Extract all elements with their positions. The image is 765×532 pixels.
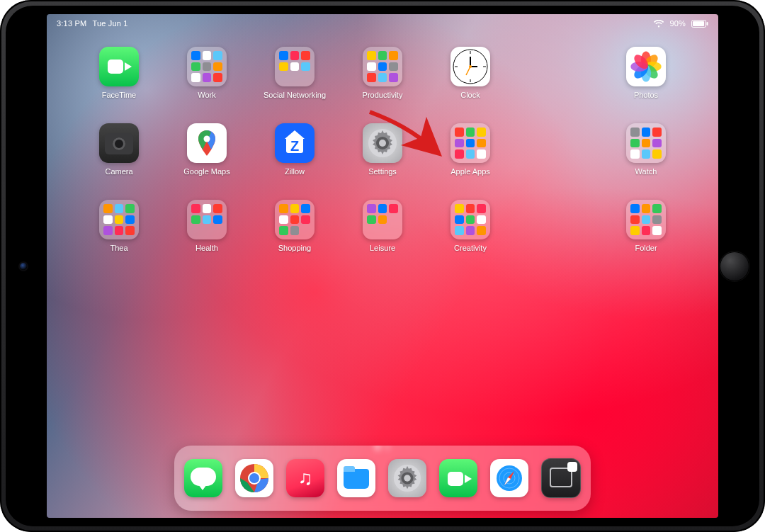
folder-apple-apps[interactable]: Apple Apps [436, 123, 504, 176]
status-date: Tue Jun 1 [92, 19, 128, 28]
folder-icon [187, 200, 227, 239]
folder-leisure[interactable]: Leisure [348, 200, 416, 252]
dock-app-files[interactable] [337, 459, 375, 497]
svg-point-11 [469, 65, 472, 68]
folder-health[interactable]: Health [173, 200, 241, 252]
app-google-maps[interactable]: Google Maps [173, 123, 241, 176]
app-zillow[interactable]: Zillow [261, 123, 329, 176]
settings-icon [363, 123, 402, 163]
app-label: Work [198, 91, 215, 99]
app-label: Apple Apps [450, 167, 490, 176]
app-label: Google Maps [183, 167, 230, 176]
folder-shopping[interactable]: Shopping [261, 200, 329, 252]
folder-icon [275, 200, 314, 239]
dock-app-music[interactable] [286, 459, 324, 497]
zillow-icon [275, 123, 314, 163]
folder-thea[interactable]: Thea [85, 200, 153, 252]
app-label: Social Networking [264, 91, 326, 99]
dock-app-settings[interactable] [388, 459, 426, 497]
app-row: Camera Google Maps Zillow Settings Apple… [85, 123, 680, 176]
dock-app-handoff[interactable] [541, 458, 581, 498]
app-label: Folder [635, 244, 657, 252]
app-label: Zillow [285, 167, 305, 176]
app-label: Health [196, 244, 218, 252]
dock-app-chrome[interactable] [235, 459, 273, 497]
clock-icon [450, 47, 490, 86]
svg-rect-2 [707, 22, 708, 26]
app-facetime[interactable]: FaceTime [85, 47, 153, 99]
dock-app-messages[interactable] [184, 459, 222, 497]
folder-icon [363, 47, 402, 86]
folder-productivity[interactable]: Productivity [348, 47, 416, 99]
folder-folder[interactable]: Folder [612, 200, 680, 252]
app-label: Creativity [454, 244, 487, 252]
folder-icon [99, 200, 139, 239]
app-label: Camera [105, 167, 132, 176]
svg-rect-1 [693, 21, 704, 26]
home-button[interactable] [720, 251, 749, 281]
app-label: Clock [460, 91, 480, 99]
app-settings[interactable]: Settings [348, 123, 416, 176]
svg-point-15 [379, 140, 386, 147]
google-maps-icon [187, 123, 227, 163]
camera-icon [99, 123, 139, 163]
dock [174, 446, 591, 511]
status-battery-pct: 90% [669, 19, 686, 28]
folder-icon [275, 47, 314, 86]
status-bar: 3:13 PM Tue Jun 1 90% [47, 14, 718, 31]
svg-point-12 [204, 136, 210, 142]
app-label: Thea [110, 244, 128, 252]
app-label: Watch [635, 167, 657, 176]
battery-icon [691, 20, 708, 28]
app-label: Settings [368, 167, 397, 176]
app-label: Leisure [370, 244, 395, 252]
folder-icon [450, 200, 490, 239]
app-photos[interactable]: Photos [612, 47, 680, 99]
home-screen-grid: FaceTime Work Social Networking Producti… [47, 47, 718, 252]
folder-icon [187, 47, 227, 86]
folder-icon [626, 200, 666, 239]
app-row: Thea Health Shopping Leisure Creativity … [85, 200, 680, 252]
facetime-icon [99, 47, 139, 86]
folder-icon [363, 200, 402, 239]
app-label: FaceTime [102, 91, 137, 99]
folder-icon [450, 123, 490, 163]
app-clock[interactable]: Clock [436, 47, 504, 99]
folder-work[interactable]: Work [173, 47, 241, 99]
folder-social-networking[interactable]: Social Networking [261, 47, 329, 99]
app-camera[interactable]: Camera [85, 123, 153, 176]
screen[interactable]: 3:13 PM Tue Jun 1 90% FaceTime Work Soci… [47, 14, 718, 518]
status-time: 3:13 PM [57, 19, 86, 28]
photos-icon [626, 47, 666, 86]
wifi-icon [654, 20, 664, 28]
dock-app-safari[interactable] [490, 459, 528, 497]
app-row: FaceTime Work Social Networking Producti… [85, 47, 680, 99]
dock-app-facetime[interactable] [439, 459, 477, 497]
svg-point-19 [249, 473, 259, 483]
svg-point-22 [404, 475, 411, 482]
ipad-device-frame: 3:13 PM Tue Jun 1 90% FaceTime Work Soci… [0, 0, 765, 532]
folder-watch[interactable]: Watch [612, 123, 680, 176]
app-label: Shopping [278, 244, 312, 252]
front-camera [20, 263, 27, 270]
folder-icon [626, 123, 666, 163]
app-label: Photos [634, 91, 658, 99]
folder-creativity[interactable]: Creativity [436, 200, 504, 252]
app-label: Productivity [363, 91, 403, 99]
